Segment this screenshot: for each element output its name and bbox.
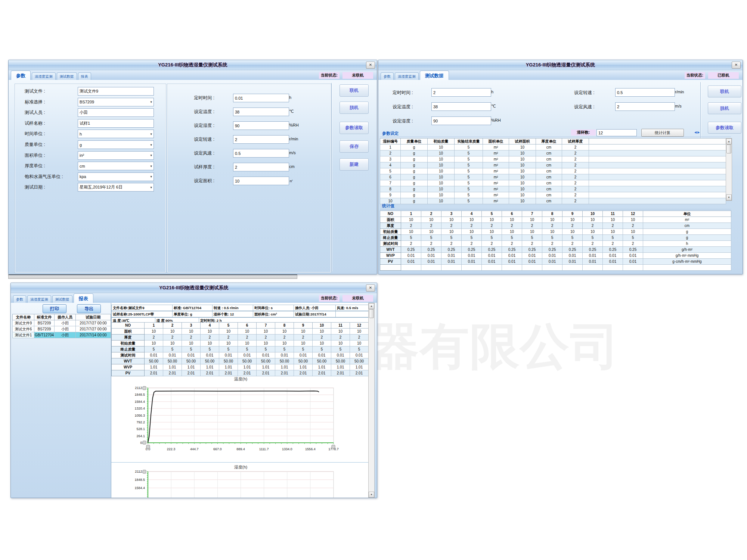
- cell[interactable]: [589, 144, 726, 150]
- cell[interactable]: 3: [380, 156, 401, 162]
- scroll-thumb[interactable]: [726, 144, 731, 153]
- setting-input-2[interactable]: 90: [233, 121, 289, 130]
- close-icon[interactable]: ✕: [366, 284, 375, 292]
- cell[interactable]: 10: [428, 174, 455, 180]
- cell[interactable]: 10: [428, 162, 455, 168]
- tab-测试数据[interactable]: 测试数据: [420, 71, 449, 81]
- cell[interactable]: [589, 186, 726, 192]
- cell[interactable]: [589, 150, 726, 156]
- cell[interactable]: cm: [536, 144, 562, 150]
- 联机-button[interactable]: 联机: [340, 84, 369, 97]
- cell[interactable]: cm: [536, 156, 562, 162]
- cell[interactable]: 5: [455, 150, 483, 156]
- scroll-up-icon[interactable]: ▲: [369, 303, 374, 309]
- cell[interactable]: 10: [428, 150, 455, 156]
- cell[interactable]: 8: [380, 186, 401, 192]
- cell[interactable]: 10: [509, 198, 536, 204]
- cell[interactable]: 10: [509, 144, 536, 150]
- cell[interactable]: 2: [562, 168, 589, 174]
- 新建-button[interactable]: 新建: [340, 158, 369, 171]
- cell[interactable]: 2: [562, 156, 589, 162]
- cell[interactable]: cm: [536, 180, 562, 186]
- cell[interactable]: [589, 192, 726, 198]
- form-input-3[interactable]: 试样1: [78, 119, 154, 128]
- cell[interactable]: g: [401, 192, 428, 198]
- setting-input-3[interactable]: 2: [233, 135, 289, 144]
- cell[interactable]: cm: [536, 198, 562, 204]
- cell[interactable]: 7: [380, 180, 401, 186]
- cell[interactable]: cm: [536, 174, 562, 180]
- cell[interactable]: g: [401, 198, 428, 204]
- cell[interactable]: [589, 168, 726, 174]
- cell[interactable]: cm: [536, 168, 562, 174]
- scroll-up-icon[interactable]: ▲: [726, 139, 732, 144]
- close-icon[interactable]: ✕: [732, 62, 741, 69]
- cell[interactable]: g: [401, 168, 428, 174]
- cell[interactable]: g: [401, 144, 428, 150]
- cell[interactable]: 5: [455, 162, 483, 168]
- setting-input-left-2[interactable]: 90: [431, 116, 491, 125]
- cell[interactable]: 2: [562, 144, 589, 150]
- form-select-1[interactable]: BS7209▾: [78, 98, 154, 106]
- axis-slider-handle[interactable]: [143, 441, 146, 444]
- cell[interactable]: m²: [483, 150, 509, 156]
- cell[interactable]: 5: [455, 180, 483, 186]
- scroll-down-icon[interactable]: ▼: [369, 492, 374, 498]
- form-select-5[interactable]: g▾: [78, 140, 154, 149]
- cell[interactable]: 1: [380, 144, 401, 150]
- titlebar[interactable]: YG216-III织物透湿量仪测试系统 ✕: [11, 283, 377, 293]
- cell[interactable]: 2: [562, 180, 589, 186]
- setting-input-0[interactable]: 0.01: [233, 94, 289, 102]
- page-left-icon[interactable]: ◀: [694, 131, 697, 134]
- tab-测试数据[interactable]: 测试数据: [52, 295, 72, 303]
- setting-input-right-1[interactable]: 2: [615, 102, 675, 111]
- cell[interactable]: 10: [509, 192, 536, 198]
- cell[interactable]: 4: [380, 162, 401, 168]
- tab-测试数据[interactable]: 测试数据: [57, 72, 77, 80]
- cell[interactable]: cm: [536, 186, 562, 192]
- cell[interactable]: 5: [455, 168, 483, 174]
- cell[interactable]: [589, 198, 726, 204]
- cell[interactable]: 10: [509, 162, 536, 168]
- report-scrollbar[interactable]: ▲▼: [368, 303, 375, 498]
- cell[interactable]: m²: [483, 162, 509, 168]
- cup-count-input[interactable]: 12: [596, 129, 637, 136]
- cell[interactable]: m²: [483, 174, 509, 180]
- scroll-thumb[interactable]: [369, 309, 374, 318]
- cell[interactable]: g: [401, 150, 428, 156]
- 参数读取-button[interactable]: 参数读取: [340, 122, 369, 134]
- form-select-7[interactable]: cm▾: [78, 162, 154, 170]
- cell[interactable]: 2: [562, 162, 589, 168]
- cell[interactable]: g: [401, 174, 428, 180]
- cell[interactable]: 10: [428, 144, 455, 150]
- cell[interactable]: 10: [428, 180, 455, 186]
- form-input-2[interactable]: 小田: [78, 108, 154, 117]
- setting-input-right-0[interactable]: 0.5: [615, 88, 675, 97]
- cell[interactable]: m²: [483, 156, 509, 162]
- cell[interactable]: 5: [455, 174, 483, 180]
- setting-input-4[interactable]: 0.5: [233, 149, 289, 158]
- cell[interactable]: [589, 162, 726, 168]
- cell[interactable]: m²: [483, 186, 509, 192]
- scroll-down-icon[interactable]: ▼: [726, 195, 732, 200]
- cell[interactable]: g: [401, 162, 428, 168]
- cell[interactable]: 5: [380, 168, 401, 174]
- cell[interactable]: 5: [455, 156, 483, 162]
- file-row[interactable]: 测试文件1GB/T12704小田2017/7/14 00:00: [13, 332, 111, 338]
- tab-参数[interactable]: 参数: [11, 71, 31, 81]
- cell[interactable]: m²: [483, 192, 509, 198]
- file-row[interactable]: 测试文件9BS7209小田2017/7/27 00:00: [13, 320, 111, 326]
- cell[interactable]: 10: [509, 186, 536, 192]
- cell[interactable]: cm: [536, 162, 562, 168]
- cell[interactable]: 2: [562, 198, 589, 204]
- cell[interactable]: 10: [428, 192, 455, 198]
- calc-stats-button[interactable]: 统计计算: [641, 129, 684, 137]
- cell[interactable]: 10: [428, 168, 455, 174]
- cell[interactable]: 2: [562, 192, 589, 198]
- form-select-6[interactable]: in²▾: [78, 151, 154, 160]
- 脱机-button[interactable]: 脱机: [340, 102, 369, 114]
- tab-参数[interactable]: 参数: [381, 72, 394, 80]
- setting-input-left-1[interactable]: 38: [431, 102, 491, 111]
- cell[interactable]: g: [401, 180, 428, 186]
- cell[interactable]: 2: [562, 174, 589, 180]
